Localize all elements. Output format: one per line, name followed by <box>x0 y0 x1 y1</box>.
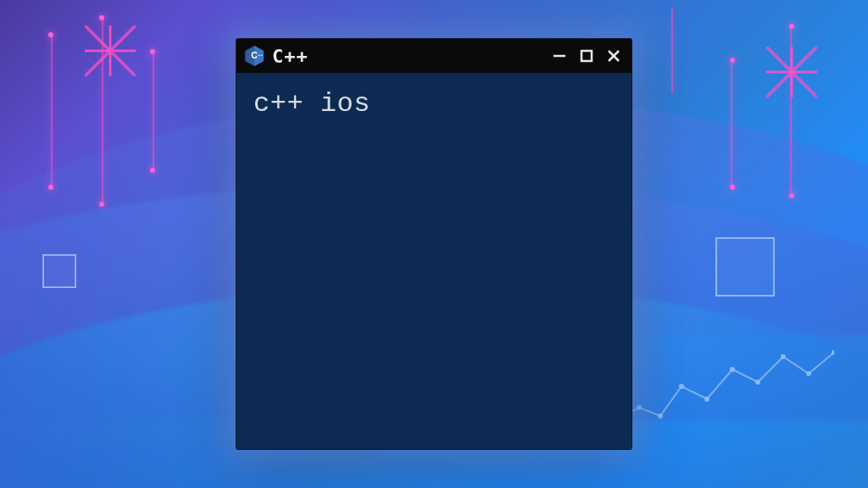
window-title: C++ <box>272 46 543 67</box>
svg-point-2 <box>658 413 663 419</box>
svg-rect-16 <box>581 51 592 61</box>
terminal-body[interactable]: c++ ios <box>236 73 632 449</box>
cpp-hexagon-icon: C + + <box>243 45 265 67</box>
terminal-output: c++ ios <box>253 88 615 119</box>
svg-point-3 <box>679 384 684 389</box>
terminal-window: C + + C++ c++ ios <box>236 39 632 449</box>
svg-point-4 <box>704 396 709 402</box>
window-titlebar[interactable]: C + + C++ <box>236 39 632 73</box>
svg-point-5 <box>730 367 735 372</box>
svg-point-8 <box>806 371 811 376</box>
maximize-button[interactable] <box>577 47 596 65</box>
svg-point-6 <box>755 380 760 385</box>
svg-point-7 <box>781 354 786 359</box>
close-button[interactable] <box>604 47 623 65</box>
window-controls <box>550 47 623 65</box>
svg-text:C: C <box>251 51 258 60</box>
svg-point-1 <box>637 405 642 410</box>
minimize-button[interactable] <box>550 47 569 65</box>
